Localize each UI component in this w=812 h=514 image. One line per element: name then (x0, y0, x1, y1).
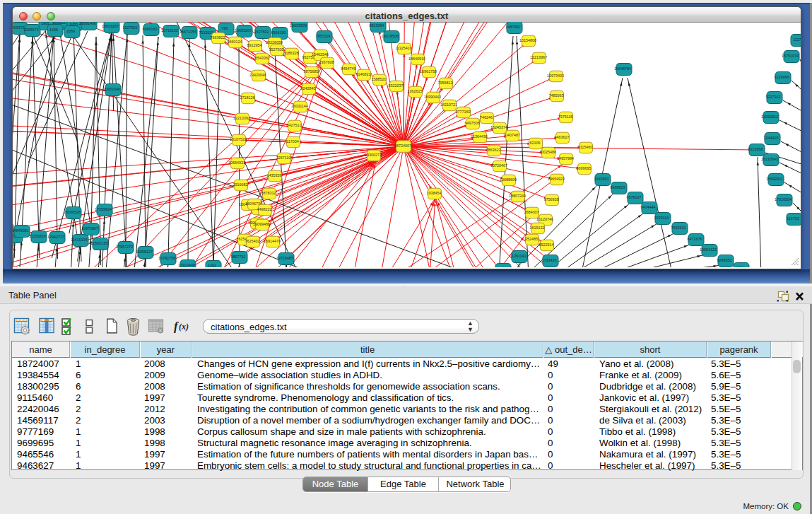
svg-text:7515526: 7515526 (199, 30, 214, 35)
svg-text:2522514: 2522514 (539, 243, 554, 247)
svg-text:117: 117 (499, 267, 505, 267)
svg-text:19654923: 19654923 (548, 177, 565, 181)
svg-text:16961758: 16961758 (420, 69, 437, 74)
svg-text:9660124: 9660124 (228, 40, 242, 44)
svg-text:7663822: 7663822 (211, 35, 225, 40)
svg-text:15751074: 15751074 (782, 54, 799, 58)
svg-text:4498222: 4498222 (257, 207, 272, 211)
svg-text:7625402: 7625402 (245, 239, 260, 243)
svg-text:7955812: 7955812 (438, 81, 453, 85)
svg-text:1244415: 1244415 (764, 136, 779, 140)
svg-text:10719155: 10719155 (161, 28, 178, 33)
svg-text:8427512: 8427512 (287, 123, 302, 127)
svg-text:1292: 1292 (208, 264, 216, 267)
svg-text:2367608: 2367608 (319, 60, 334, 64)
svg-text:9777169: 9777169 (456, 110, 471, 114)
svg-text:9756928: 9756928 (544, 197, 559, 201)
svg-text:10154808: 10154808 (519, 38, 536, 42)
svg-text:10107522: 10107522 (230, 137, 247, 141)
svg-text:9146821: 9146821 (356, 72, 371, 76)
svg-text:1588520: 1588520 (372, 77, 387, 81)
svg-text:1733426: 1733426 (542, 258, 557, 262)
svg-text:3875685: 3875685 (304, 69, 319, 74)
svg-text:21364436: 21364436 (471, 134, 488, 139)
svg-text:1640953: 1640953 (594, 177, 609, 181)
svg-text:19218506: 19218506 (382, 34, 399, 38)
svg-text:10653267: 10653267 (235, 28, 252, 33)
svg-text:9227342: 9227342 (766, 95, 781, 99)
svg-text:11361141: 11361141 (510, 254, 526, 258)
svg-text:10407487: 10407487 (503, 133, 520, 137)
svg-text:7632621: 7632621 (671, 226, 686, 230)
svg-text:16120746: 16120746 (536, 217, 553, 221)
svg-text:23226058: 23226058 (266, 40, 283, 45)
svg-text:10973403: 10973403 (547, 74, 564, 78)
svg-text:16782759: 16782759 (158, 256, 175, 260)
svg-text:9699695: 9699695 (577, 166, 592, 170)
svg-text:14210721: 14210721 (440, 103, 457, 107)
svg-text:16033809: 16033809 (290, 23, 307, 28)
svg-text:18724007: 18724007 (394, 144, 411, 148)
svg-text:12213967: 12213967 (530, 55, 547, 59)
svg-text:16958127: 16958127 (136, 250, 153, 254)
svg-text:20691406: 20691406 (79, 22, 96, 25)
svg-text:20953346: 20953346 (103, 87, 120, 91)
svg-text:6966160: 6966160 (271, 30, 286, 35)
svg-text:1435359: 1435359 (267, 173, 282, 177)
svg-text:1117: 1117 (793, 37, 801, 42)
svg-text:14957984: 14957984 (557, 156, 574, 160)
svg-text:1938454: 1938454 (427, 191, 442, 195)
svg-text:746246: 746246 (480, 115, 493, 119)
svg-text:2005572: 2005572 (24, 28, 39, 32)
svg-text:10688609: 10688609 (500, 177, 517, 182)
svg-text:15462546: 15462546 (312, 52, 329, 57)
svg-text:12213392: 12213392 (233, 116, 250, 120)
svg-text:8471676: 8471676 (688, 237, 702, 241)
svg-text:8813094: 8813094 (370, 23, 384, 28)
svg-text:12505135: 12505135 (90, 241, 107, 245)
svg-text:117004: 117004 (286, 139, 299, 144)
svg-text:10054122: 10054122 (700, 247, 717, 252)
svg-text:8938923: 8938923 (611, 185, 625, 189)
svg-text:15720407: 15720407 (490, 163, 507, 168)
svg-text:1362615: 1362615 (408, 89, 423, 93)
svg-text:19300273: 19300273 (365, 153, 382, 157)
svg-text:14845061: 14845061 (13, 228, 29, 233)
svg-text:16543362: 16543362 (253, 56, 270, 60)
svg-text:13524851: 13524851 (523, 237, 540, 241)
svg-text:9474444: 9474444 (641, 205, 656, 209)
svg-text:19099489: 19099489 (253, 222, 270, 226)
svg-text:116753: 116753 (787, 216, 799, 221)
svg-text:766: 766 (222, 26, 228, 30)
svg-text:17359924: 17359924 (95, 207, 112, 211)
svg-text:1527602: 1527602 (123, 25, 138, 30)
svg-text:17016504: 17016504 (775, 197, 792, 201)
svg-text:21156829: 21156829 (29, 234, 46, 238)
svg-text:2718126: 2718126 (240, 95, 255, 100)
svg-text:16210643: 16210643 (761, 157, 778, 161)
svg-text:10654931: 10654931 (228, 160, 245, 165)
svg-text:11325419: 11325419 (395, 46, 412, 50)
svg-text:1405: 1405 (49, 28, 58, 32)
svg-text:10025488: 10025488 (539, 150, 556, 154)
svg-text:7975115: 7975115 (558, 115, 573, 119)
svg-text:17957273: 17957273 (116, 245, 133, 249)
svg-text:10653267: 10653267 (102, 24, 119, 28)
svg-text:16648784: 16648784 (614, 66, 631, 71)
svg-text:18807249: 18807249 (509, 194, 526, 198)
svg-text:3267110: 3267110 (276, 156, 291, 160)
svg-text:8215958: 8215958 (748, 147, 763, 151)
svg-text:1916682: 1916682 (233, 182, 248, 187)
svg-text:9242845: 9242845 (301, 86, 316, 90)
svg-text:62106: 62106 (530, 141, 541, 145)
svg-text:6497508: 6497508 (465, 121, 480, 125)
svg-text:9115460: 9115460 (578, 145, 593, 149)
svg-text:16990443: 16990443 (424, 95, 441, 99)
svg-text:8878332: 8878332 (261, 191, 276, 195)
svg-text:16671355: 16671355 (180, 30, 196, 34)
svg-text:12942737: 12942737 (47, 235, 64, 239)
svg-text:2684007: 2684007 (524, 210, 539, 214)
svg-text:1527602: 1527602 (254, 30, 269, 34)
svg-text:(x): (x) (179, 322, 189, 332)
svg-text:8454749: 8454749 (341, 66, 356, 71)
